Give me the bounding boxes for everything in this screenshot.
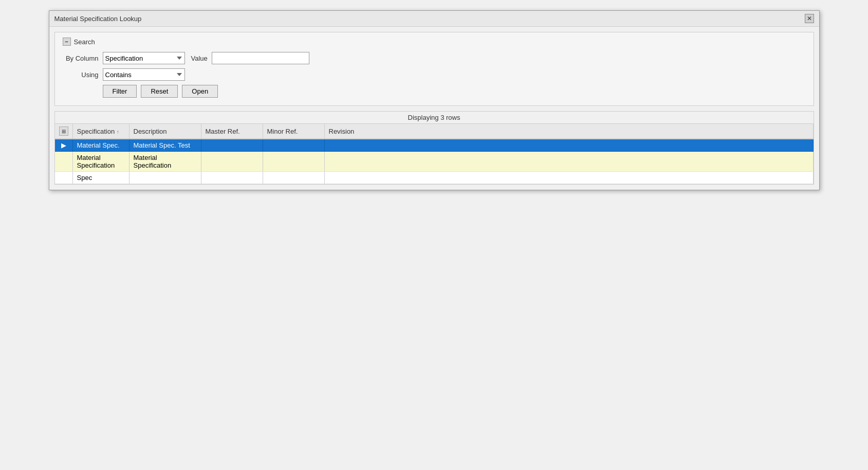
cell-desc: Material Spec. Test bbox=[129, 139, 201, 152]
by-column-label: By Column bbox=[63, 55, 99, 62]
by-column-row: By Column Specification Description Mast… bbox=[63, 52, 806, 64]
using-row: Using Contains Equals Starts With Ends W… bbox=[63, 68, 806, 81]
table-row[interactable]: ▶Material Spec.Material Spec. Test bbox=[55, 139, 814, 152]
cell-master bbox=[201, 139, 263, 152]
cell-spec: Material Spec. bbox=[72, 139, 129, 152]
cell-minor bbox=[263, 139, 324, 152]
col-header-revision[interactable]: Revision bbox=[324, 124, 813, 139]
table-icon: ⊞ bbox=[59, 126, 68, 136]
value-input[interactable] bbox=[212, 52, 309, 64]
table-body: ▶Material Spec.Material Spec. TestMateri… bbox=[55, 139, 814, 184]
search-label: Search bbox=[74, 38, 95, 46]
reset-button[interactable]: Reset bbox=[141, 85, 178, 98]
close-button[interactable]: ✕ bbox=[805, 14, 814, 23]
collapse-button[interactable]: − bbox=[63, 38, 71, 46]
button-row: Filter Reset Open bbox=[103, 85, 806, 98]
row-indicator bbox=[55, 152, 73, 172]
open-button[interactable]: Open bbox=[182, 85, 218, 98]
table-row[interactable]: Material SpecificationMaterial Specifica… bbox=[55, 152, 814, 172]
value-label: Value bbox=[191, 55, 208, 62]
table-section: Displaying 3 rows ⊞ Specification ↑ Desc… bbox=[54, 111, 814, 185]
sort-indicator: ↑ bbox=[117, 129, 119, 135]
cell-desc bbox=[129, 172, 201, 184]
row-indicator bbox=[55, 172, 73, 184]
cell-spec: Spec bbox=[72, 172, 129, 184]
data-table: ⊞ Specification ↑ Description Master Ref… bbox=[55, 124, 814, 184]
cell-revision bbox=[324, 152, 813, 172]
cell-revision bbox=[324, 172, 813, 184]
cell-minor bbox=[263, 152, 324, 172]
title-bar: Material Specification Lookup ✕ bbox=[49, 11, 819, 27]
using-label: Using bbox=[63, 71, 99, 79]
col-spec-label: Specification bbox=[77, 128, 115, 135]
table-header-row: ⊞ Specification ↑ Description Master Ref… bbox=[55, 124, 814, 139]
cell-master bbox=[201, 172, 263, 184]
col-header-spec[interactable]: Specification ↑ bbox=[72, 124, 129, 139]
window-title: Material Specification Lookup bbox=[54, 15, 142, 23]
using-select[interactable]: Contains Equals Starts With Ends With bbox=[103, 68, 185, 81]
by-column-select[interactable]: Specification Description Master Ref. Mi… bbox=[103, 52, 185, 64]
table-row[interactable]: Spec bbox=[55, 172, 814, 184]
cell-spec: Material Specification bbox=[72, 152, 129, 172]
search-header: − Search bbox=[63, 38, 806, 46]
col-header-master[interactable]: Master Ref. bbox=[201, 124, 263, 139]
search-section: − Search By Column Specification Descrip… bbox=[54, 32, 814, 106]
window-content: − Search By Column Specification Descrip… bbox=[49, 27, 819, 190]
col-header-desc[interactable]: Description bbox=[129, 124, 201, 139]
col-header-icon: ⊞ bbox=[55, 124, 73, 139]
row-indicator: ▶ bbox=[55, 139, 73, 152]
cell-minor bbox=[263, 172, 324, 184]
cell-revision bbox=[324, 139, 813, 152]
table-status: Displaying 3 rows bbox=[55, 112, 814, 124]
col-header-minor[interactable]: Minor Ref. bbox=[263, 124, 324, 139]
filter-button[interactable]: Filter bbox=[103, 85, 137, 98]
main-window: Material Specification Lookup ✕ − Search… bbox=[49, 10, 820, 190]
cell-desc: Material Specification bbox=[129, 152, 201, 172]
cell-master bbox=[201, 152, 263, 172]
